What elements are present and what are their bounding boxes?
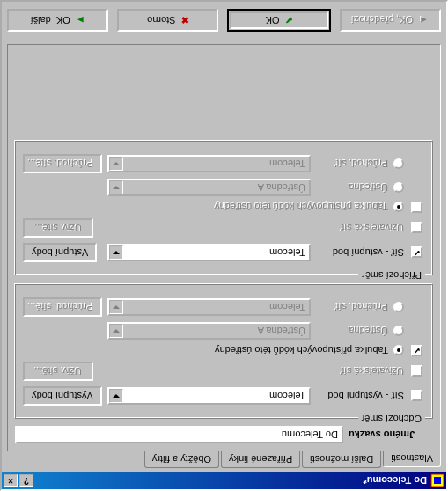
bundle-name-label: Jméno svazku xyxy=(349,429,433,440)
out-route-checkbox[interactable]: ✔ xyxy=(412,345,423,356)
in-user-net-button[interactable]: Uživ. sítě... xyxy=(23,218,93,238)
svg-marker-4 xyxy=(113,305,120,309)
arrow-left-icon: ◄ xyxy=(419,15,429,26)
chevron-down-icon[interactable] xyxy=(109,389,123,403)
in-codes-label: Tabulka přístupových kódů této ústředny xyxy=(215,202,388,213)
group-incoming: Příchozí směr ✔ Síť - vstupní bod Teleco… xyxy=(15,141,433,275)
ok-prev-button[interactable]: ◄ OK, předchozí xyxy=(340,9,441,32)
out-codes-radio[interactable] xyxy=(393,346,404,356)
out-transit-radio[interactable] xyxy=(393,302,404,312)
group-outgoing-legend: Odchozí směr xyxy=(358,414,425,424)
check-icon: ✔ xyxy=(285,15,293,26)
tab-panel: Jméno svazku Odchozí směr Síť - výstupní… xyxy=(7,44,441,451)
close-button[interactable]: × xyxy=(4,474,18,487)
group-outgoing: Odchozí směr Síť - výstupní bod Telecom … xyxy=(15,284,433,419)
dialog-button-bar: ◄ OK, předchozí ✔ OK ✖ Storno ► OK, dalš… xyxy=(2,2,446,39)
out-user-label: Uživatelská síť xyxy=(341,366,404,377)
in-transit-net-button[interactable]: Průchod. sítě... xyxy=(23,154,102,173)
tab-obezty-a-filtry[interactable]: Oběžty a filtry xyxy=(144,451,219,468)
svg-marker-5 xyxy=(113,251,120,254)
chevron-down-icon xyxy=(109,157,123,171)
cancel-button[interactable]: ✖ Storno xyxy=(117,9,218,32)
in-user-checkbox[interactable] xyxy=(412,223,423,234)
svg-rect-1 xyxy=(434,477,441,484)
svg-marker-3 xyxy=(113,329,120,333)
help-button[interactable]: ? xyxy=(19,474,33,487)
out-exit-checkbox[interactable] xyxy=(412,391,423,402)
svg-marker-2 xyxy=(113,394,120,398)
in-entry-label: Síť - vstupní bod xyxy=(333,247,404,258)
ok-button[interactable]: ✔ OK xyxy=(228,9,331,32)
chevron-down-icon xyxy=(109,300,123,314)
out-transit-label: Průchod. síť xyxy=(335,302,388,312)
in-pbx-label: Ústředna xyxy=(349,182,388,193)
in-entry-combo[interactable]: Telecom xyxy=(107,244,311,261)
window-title: Do Telecomu* xyxy=(33,475,427,486)
in-entry-checkbox[interactable]: ✔ xyxy=(412,247,423,259)
in-pbx-combo: Ústředna A xyxy=(107,179,311,196)
dialog-window: Do Telecomu* ? × Vlastnosti Další možnos… xyxy=(0,0,448,491)
out-exit-points-button[interactable]: Výstupní body xyxy=(23,386,102,406)
out-pbx-radio[interactable] xyxy=(393,326,404,336)
tab-dalsi-moznosti[interactable]: Další možnosti xyxy=(302,451,381,468)
in-codes-radio[interactable] xyxy=(393,202,404,213)
in-pbx-radio[interactable] xyxy=(393,182,404,193)
group-incoming-legend: Příchozí směr xyxy=(358,270,425,281)
out-codes-label: Tabulka přístupových kódů této ústředny xyxy=(215,346,388,356)
in-user-label: Uživatelská síť xyxy=(341,223,404,233)
svg-marker-7 xyxy=(113,162,120,165)
app-icon xyxy=(430,473,444,487)
out-transit-combo: Telecom xyxy=(107,298,311,316)
out-user-net-button[interactable]: Uživ. sítě... xyxy=(23,362,93,381)
chevron-down-icon xyxy=(109,180,123,194)
x-icon: ✖ xyxy=(181,15,189,26)
tab-vlastnosti[interactable]: Vlastnosti xyxy=(383,451,441,467)
out-user-checkbox[interactable] xyxy=(412,366,423,377)
tab-prirazene-linky[interactable]: Přiřazené linky xyxy=(221,451,300,468)
arrow-right-icon: ► xyxy=(76,15,85,26)
tabstrip: Vlastnosti Další možnosti Přiřazené link… xyxy=(7,451,441,468)
ok-next-button[interactable]: ► OK, další xyxy=(7,9,108,32)
in-transit-combo: Telecom xyxy=(107,155,311,172)
in-entry-points-button[interactable]: Vstupní body xyxy=(23,243,97,262)
in-route-checkbox[interactable] xyxy=(412,202,423,213)
bundle-name-input[interactable] xyxy=(15,426,343,443)
out-transit-net-button[interactable]: Průchod. sítě... xyxy=(23,297,102,317)
titlebar: Do Telecomu* ? × xyxy=(2,472,446,489)
chevron-down-icon xyxy=(109,324,123,338)
in-transit-radio[interactable] xyxy=(393,158,404,169)
in-transit-label: Průchod. síť xyxy=(335,158,388,169)
svg-marker-6 xyxy=(113,186,120,189)
out-pbx-combo: Ústředna A xyxy=(107,322,311,340)
out-exit-label: Síť - výstupní bod xyxy=(327,391,404,401)
out-pbx-label: Ústředna xyxy=(349,326,388,336)
out-exit-combo[interactable]: Telecom xyxy=(107,387,311,405)
chevron-down-icon[interactable] xyxy=(109,246,123,260)
